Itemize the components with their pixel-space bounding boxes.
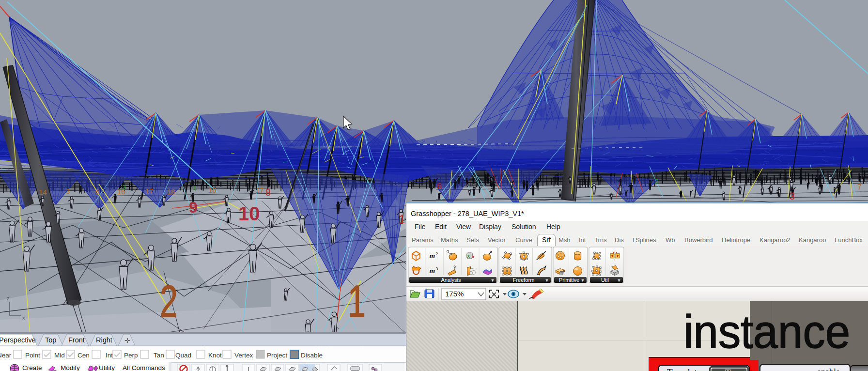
svg-text:3: 3 <box>122 184 126 191</box>
svg-text:14: 14 <box>39 188 47 196</box>
svg-text:Util: Util <box>601 277 609 283</box>
svg-text:Int: Int <box>106 352 113 359</box>
svg-text:Tan: Tan <box>154 352 164 359</box>
svg-text:▼: ▼ <box>545 278 549 283</box>
svg-text:Analysis: Analysis <box>441 277 461 283</box>
svg-text:7: 7 <box>857 183 862 191</box>
svg-text:Mid: Mid <box>54 352 65 359</box>
svg-text:1: 1 <box>399 213 405 226</box>
svg-text:Create: Create <box>22 364 42 371</box>
svg-text:Perp: Perp <box>124 352 138 359</box>
svg-text:9: 9 <box>189 199 198 216</box>
svg-text:▼: ▼ <box>617 278 621 283</box>
svg-text:175%: 175% <box>445 290 464 298</box>
svg-text:Perspective: Perspective <box>0 336 36 344</box>
svg-text:6: 6 <box>437 182 441 191</box>
svg-text:4: 4 <box>193 185 197 192</box>
svg-text:Disable: Disable <box>301 352 323 359</box>
svg-text:Near: Near <box>0 352 12 359</box>
svg-text:Right: Right <box>96 336 112 344</box>
svg-text:3: 3 <box>790 191 795 201</box>
svg-text:Project: Project <box>267 352 287 359</box>
svg-text:Top: Top <box>45 336 56 344</box>
svg-text:Translate: Translate <box>667 367 701 371</box>
svg-text:3: 3 <box>66 187 70 195</box>
svg-text:3: 3 <box>436 266 438 271</box>
svg-text:2: 2 <box>655 178 659 186</box>
svg-text:Knot: Knot <box>208 352 222 359</box>
svg-text:▼: ▼ <box>581 278 585 283</box>
svg-text:Modify: Modify <box>61 364 80 371</box>
svg-text:2: 2 <box>436 251 438 256</box>
svg-text:1: 1 <box>348 276 366 326</box>
svg-text:2: 2 <box>160 276 178 326</box>
svg-text:Freeform: Freeform <box>513 277 535 283</box>
svg-text:x: x <box>467 253 470 259</box>
svg-text:x: x <box>472 254 475 259</box>
svg-text:Quad: Quad <box>175 352 191 359</box>
svg-text:instance: instance <box>683 305 850 358</box>
svg-text:All Commands: All Commands <box>123 364 165 371</box>
svg-text:T: T <box>725 368 731 371</box>
svg-text:17: 17 <box>145 187 154 195</box>
svg-text:Point: Point <box>25 352 40 359</box>
svg-text:Front: Front <box>68 336 85 344</box>
svg-text:6: 6 <box>95 187 99 196</box>
svg-text:x: x <box>22 315 25 321</box>
svg-text:enable: enable <box>817 367 840 371</box>
svg-text:18: 18 <box>167 187 175 196</box>
svg-text:Vertex: Vertex <box>234 352 253 359</box>
svg-text:m: m <box>430 252 435 260</box>
svg-text:17: 17 <box>256 186 264 194</box>
svg-text:Utility: Utility <box>99 364 115 371</box>
svg-text:z: z <box>7 295 10 301</box>
svg-text:m: m <box>430 267 435 275</box>
svg-text:16: 16 <box>208 186 217 194</box>
svg-text:10: 10 <box>238 203 260 224</box>
svg-text:✛: ✛ <box>124 337 130 344</box>
svg-text:▼: ▼ <box>491 278 495 283</box>
svg-text:Cen: Cen <box>78 352 90 359</box>
svg-text:Primitive: Primitive <box>559 277 579 283</box>
svg-text:8: 8 <box>265 187 271 198</box>
